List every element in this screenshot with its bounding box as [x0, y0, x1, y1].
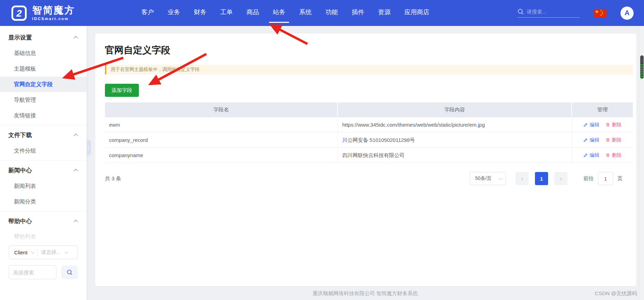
scrollbar-thumb[interactable]: [640, 55, 644, 79]
nav-item-资源[interactable]: 资源: [371, 0, 397, 26]
chevron-down-icon: [499, 176, 502, 180]
sidebar-section-文件下载[interactable]: 文件下载: [0, 127, 87, 143]
nav-item-财务[interactable]: 财务: [187, 0, 213, 26]
col-field-content: 字段内容: [338, 102, 572, 117]
nav-item-商品[interactable]: 商品: [240, 0, 266, 26]
sidebar-item-主题模板[interactable]: 主题模板: [0, 61, 87, 76]
search-icon: [517, 8, 524, 15]
chevron-up-icon: [74, 169, 78, 173]
nav-item-功能[interactable]: 功能: [319, 0, 345, 26]
client-type-select[interactable]: Client 请选择...: [9, 245, 78, 259]
cell-field-name: companyname: [105, 148, 338, 163]
delete-link[interactable]: 删除: [606, 148, 621, 163]
cell-actions: 编辑删除: [572, 148, 633, 163]
prev-page-button[interactable]: ‹: [516, 172, 529, 185]
sidebar-item-导航管理[interactable]: 导航管理: [0, 92, 87, 108]
goto-suffix: 页: [617, 175, 623, 182]
chevron-up-icon: [74, 219, 78, 224]
sidebar-item-文件分组[interactable]: 文件分组: [0, 143, 87, 158]
sidebar-item-新闻列表[interactable]: 新闻列表: [0, 178, 87, 194]
info-alert-text: 用于在官网主题模板中，调用的自定义字段: [111, 66, 200, 73]
sidebar-section-label: 文件下载: [8, 131, 32, 139]
edit-label: 编辑: [590, 133, 599, 147]
info-alert: 用于在官网主题模板中，调用的自定义字段: [105, 65, 633, 74]
sidebar-section-显示设置[interactable]: 显示设置: [0, 29, 87, 45]
col-field-name: 字段名: [105, 102, 338, 117]
sidebar-filter: Client 请选择...: [9, 245, 78, 279]
nav-item-工单[interactable]: 工单: [213, 0, 240, 26]
delete-label: 删除: [612, 117, 621, 132]
goto-page-input[interactable]: [598, 172, 613, 185]
cell-actions: 编辑删除: [572, 117, 633, 132]
logo[interactable]: 2 智简魔方 IDCSmart.com: [0, 5, 114, 21]
nav-item-系统[interactable]: 系统: [292, 0, 319, 26]
trash-icon: [606, 153, 610, 157]
fields-table: 字段名 字段内容 管理 ewmhttps://www.345idc.com/th…: [105, 102, 633, 163]
nav-search[interactable]: [517, 8, 580, 18]
nav-search-input[interactable]: [527, 9, 575, 15]
sidebar-section-label: 显示设置: [8, 34, 32, 42]
edit-link[interactable]: 编辑: [583, 117, 599, 132]
pencil-icon: [583, 138, 588, 142]
cell-field-name: company_record: [105, 133, 338, 147]
nav-item-站务[interactable]: 站务: [266, 0, 292, 26]
page-size-select[interactable]: 50条/页: [470, 172, 506, 185]
add-field-button[interactable]: 添加字段: [105, 84, 139, 97]
goto-prefix: 前往: [583, 175, 594, 182]
advanced-search-input[interactable]: [9, 265, 56, 279]
sidebar-item-友情链接[interactable]: 友情链接: [0, 108, 87, 123]
cell-field-content: https://www.345idc.com/themes/web/web/st…: [338, 117, 572, 132]
edit-link[interactable]: 编辑: [583, 133, 599, 147]
avatar[interactable]: A: [620, 7, 634, 20]
nav-item-插件[interactable]: 插件: [345, 0, 371, 26]
search-icon: [66, 269, 73, 275]
pagination: 共 3 条 50条/页 ‹ 1 › 前往 页: [105, 172, 633, 185]
sidebar-item-基础信息[interactable]: 基础信息: [0, 45, 87, 61]
delete-link[interactable]: 删除: [606, 133, 621, 147]
next-page-button[interactable]: ›: [554, 172, 567, 185]
sidebar-section-帮助中心[interactable]: 帮助中心: [0, 213, 87, 229]
svg-text:2: 2: [16, 8, 22, 19]
content-area: 官网自定义字段 用于在官网主题模板中，调用的自定义字段 添加字段 字段名 字段内…: [87, 26, 644, 300]
delete-label: 删除: [612, 133, 621, 147]
nav-item-业务[interactable]: 业务: [161, 0, 187, 26]
logo-subtitle: IDCSmart.com: [32, 17, 75, 21]
chevron-down-icon: [64, 250, 68, 254]
sidebar-item-官网自定义字段[interactable]: 官网自定义字段: [0, 76, 87, 92]
delete-link[interactable]: 删除: [606, 117, 621, 132]
sidebar-divider: [0, 211, 87, 211]
sidebar: 显示设置基础信息主题模板官网自定义字段导航管理友情链接文件下载文件分组新闻中心新…: [0, 26, 87, 300]
table-header: 字段名 字段内容 管理: [105, 102, 633, 117]
chevron-up-icon: [74, 36, 78, 40]
pencil-icon: [583, 122, 588, 127]
chevron-up-icon: [74, 133, 78, 138]
sidebar-section-label: 新闻中心: [8, 166, 32, 174]
current-page-button[interactable]: 1: [535, 172, 548, 185]
sidebar-item-新闻分类[interactable]: 新闻分类: [0, 194, 87, 209]
cell-field-content: 四川网联快云科技有限公司: [338, 148, 572, 163]
edit-label: 编辑: [590, 148, 599, 163]
table-row: companyname四川网联快云科技有限公司编辑删除: [105, 148, 633, 163]
language-flag-icon[interactable]: ★★★★★: [594, 9, 607, 17]
trash-icon: [606, 138, 610, 142]
advanced-search-button[interactable]: [61, 265, 78, 279]
nav-item-客户[interactable]: 客户: [134, 0, 161, 26]
logo-icon: 2: [11, 5, 27, 21]
nav-item-应用商店[interactable]: 应用商店: [397, 0, 436, 26]
chevron-left-icon: [88, 146, 90, 149]
edit-link[interactable]: 编辑: [583, 148, 599, 163]
table-row: ewmhttps://www.345idc.com/themes/web/web…: [105, 117, 633, 133]
main-menu: 客户业务财务工单商品站务系统功能插件资源应用商店: [134, 0, 436, 26]
cell-actions: 编辑删除: [572, 133, 633, 147]
scrollbar-track[interactable]: [639, 26, 644, 300]
sidebar-collapse-handle[interactable]: [87, 140, 91, 156]
sidebar-menu: 显示设置基础信息主题模板官网自定义字段导航管理友情链接文件下载文件分组新闻中心新…: [0, 26, 87, 260]
sidebar-item-帮助列表[interactable]: 帮助列表: [0, 229, 87, 245]
chevron-down-icon: [31, 250, 35, 254]
client-select-placeholder: 请选择...: [41, 249, 61, 256]
sidebar-section-新闻中心[interactable]: 新闻中心: [0, 162, 87, 178]
sidebar-section-label: 帮助中心: [8, 217, 32, 225]
watermark: CSDN @无忧源码: [595, 290, 637, 297]
col-manage: 管理: [572, 102, 633, 117]
table-row: company_record川公网安备 51010502011298号编辑删除: [105, 133, 633, 148]
